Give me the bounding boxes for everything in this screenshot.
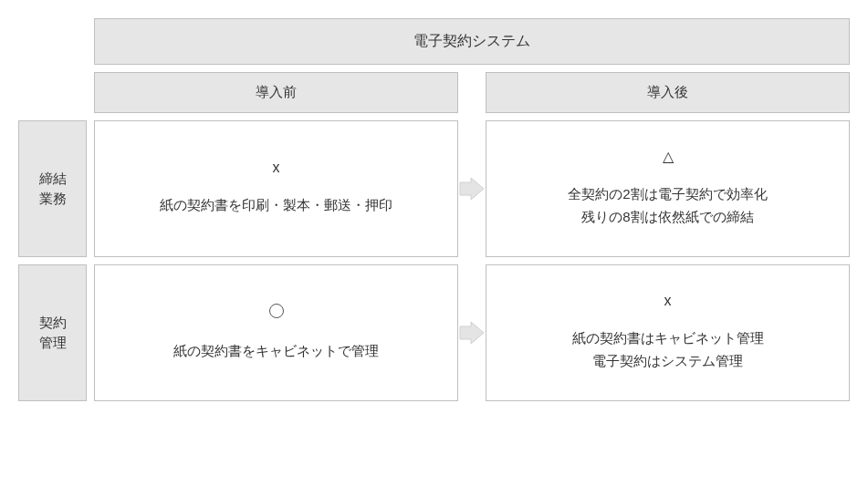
circle-icon xyxy=(269,304,284,318)
arrow-right xyxy=(458,120,486,257)
cell-management-after: x 紙の契約書はキャビネット管理 電子契約はシステム管理 xyxy=(486,264,850,401)
diagram-title: 電子契約システム xyxy=(94,18,850,65)
cell-symbol: x xyxy=(664,294,672,308)
svg-marker-1 xyxy=(460,322,484,344)
cell-symbol xyxy=(269,304,284,321)
column-gap xyxy=(458,72,486,113)
cell-text: 紙の契約書を印刷・製本・郵送・押印 xyxy=(160,193,392,217)
arrow-right xyxy=(458,264,486,401)
arrow-right-icon xyxy=(458,175,486,202)
cell-symbol: △ xyxy=(663,150,674,164)
row-cells-management: 紙の契約書をキャビネットで管理 x 紙の契約書はキャビネット管理 電子契約はシス… xyxy=(94,264,850,401)
row-label-conclusion: 締結 業務 xyxy=(18,120,87,257)
spacer xyxy=(18,72,87,113)
cell-conclusion-after: △ 全契約の2割は電子契約で効率化 残りの8割は依然紙での締結 xyxy=(486,120,850,257)
row-label-management: 契約 管理 xyxy=(18,264,87,401)
cell-conclusion-before: x 紙の契約書を印刷・製本・郵送・押印 xyxy=(94,120,458,257)
column-headers: 導入前 導入後 xyxy=(94,72,850,113)
column-header-before: 導入前 xyxy=(94,72,458,113)
comparison-diagram: 電子契約システム 導入前 導入後 締結 業務 x 紙の契約書を印刷・製本・郵送・… xyxy=(18,18,850,401)
cell-text: 紙の契約書をキャビネットで管理 xyxy=(173,339,379,363)
column-header-after: 導入後 xyxy=(486,72,850,113)
cell-text: 紙の契約書はキャビネット管理 電子契約はシステム管理 xyxy=(572,326,764,373)
cell-text: 全契約の2割は電子契約で効率化 残りの8割は依然紙での締結 xyxy=(568,182,767,229)
row-label-text: 契約 管理 xyxy=(39,313,67,354)
arrow-right-icon xyxy=(458,319,486,346)
svg-marker-0 xyxy=(460,178,484,200)
row-cells-conclusion: x 紙の契約書を印刷・製本・郵送・押印 △ 全契約の2割は電子契約で効率化 残り… xyxy=(94,120,850,257)
cell-symbol: x xyxy=(273,160,280,175)
row-label-text: 締結 業務 xyxy=(39,169,67,210)
cell-management-before: 紙の契約書をキャビネットで管理 xyxy=(94,264,458,401)
spacer xyxy=(18,18,87,65)
